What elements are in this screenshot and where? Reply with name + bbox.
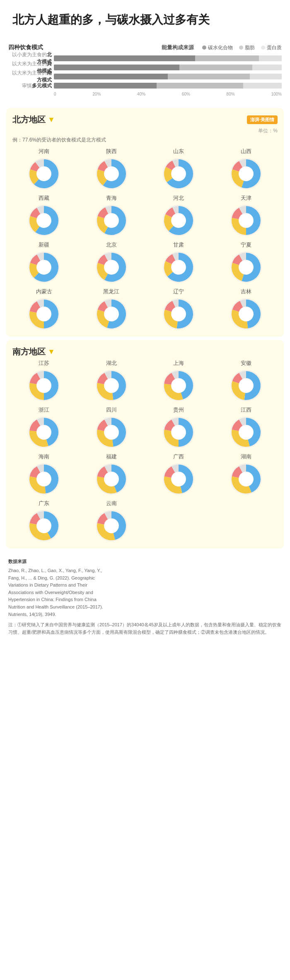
province-name: 浙江 xyxy=(39,406,49,414)
footer-note: 注：①研究纳入了来自中国营养与健康监测（2015–2017）的34040名45岁… xyxy=(8,621,282,636)
svg-point-83 xyxy=(239,472,253,486)
north-section: 北方地区 ▼ 澎湃·美图情 单位：% 例：77.6%的受访者的饮食模式是北方模式… xyxy=(6,108,284,337)
province-item: 上海 xyxy=(147,359,210,402)
province-name: 广东 xyxy=(39,500,49,507)
legend-protein-label: 蛋白质 xyxy=(267,44,282,51)
bar-carb-seg xyxy=(54,83,157,89)
province-name: 广西 xyxy=(173,453,184,460)
bar-protein-seg xyxy=(252,65,282,70)
bar-fat-seg xyxy=(157,83,243,89)
svg-point-53 xyxy=(104,379,118,393)
province-item: 吉林 xyxy=(215,288,278,331)
province-item: 海南 xyxy=(12,453,76,496)
bar-row: 以小麦为主食的北方模式 xyxy=(54,55,282,61)
province-name: 上海 xyxy=(173,359,184,367)
donut-chart xyxy=(27,416,60,449)
north-arrow-icon: ▼ xyxy=(48,115,55,124)
donut-chart xyxy=(230,204,263,237)
province-item: 河北 xyxy=(147,194,210,237)
bar-row: 审慎多元模式 xyxy=(54,83,282,89)
donut-chart xyxy=(95,204,128,237)
axis-label: 60% xyxy=(182,92,190,96)
svg-point-38 xyxy=(37,307,51,321)
svg-point-32 xyxy=(172,260,186,274)
footer-content: 数据来源 Zhao, R., Zhao, L., Gao, X., Yang, … xyxy=(8,558,282,618)
unit-label-north: 单位：% xyxy=(12,127,278,134)
province-name: 湖南 xyxy=(241,453,251,460)
south-region-header: 南方地区 ▼ xyxy=(12,346,278,357)
south-arrow-icon: ▼ xyxy=(48,347,55,356)
north-region-header: 北方地区 ▼ 澎湃·美图情 xyxy=(12,114,278,125)
svg-point-35 xyxy=(239,260,253,274)
legend-fat-label: 脂肪 xyxy=(245,44,255,51)
donut-chart xyxy=(27,462,60,496)
bar-protein-seg xyxy=(259,55,282,61)
province-item: 湖北 xyxy=(80,359,143,402)
province-item: 内蒙古 xyxy=(12,288,76,331)
province-name: 海南 xyxy=(39,453,49,460)
bar-carb-seg xyxy=(54,65,179,70)
legend-carb-label: 碳水化合物 xyxy=(208,44,233,51)
province-name: 河南 xyxy=(39,148,49,155)
province-name: 辽宁 xyxy=(173,288,184,295)
bar-carb-seg xyxy=(54,55,195,61)
bar-fat-seg xyxy=(195,55,259,61)
province-name: 河北 xyxy=(173,194,184,202)
province-name: 天津 xyxy=(241,194,251,202)
source-badge: 澎湃·美图情 xyxy=(247,115,278,124)
province-name: 湖北 xyxy=(106,359,117,367)
province-name: 吉林 xyxy=(241,288,251,295)
province-item: 山西 xyxy=(215,148,278,190)
svg-point-77 xyxy=(104,472,118,486)
note-text: 注：①研究纳入了来自中国营养与健康监测（2015–2017）的34040名45岁… xyxy=(8,622,281,635)
donut-chart xyxy=(95,462,128,496)
province-name: 江苏 xyxy=(39,359,49,367)
bar-chart: 以小麦为主食的北方模式以大米为主食的其他模式以大米为主食的南方模式审慎多元模式 xyxy=(8,55,282,89)
province-name: 福建 xyxy=(106,453,117,460)
donut-chart xyxy=(27,297,60,331)
footer-source: 数据来源 Zhao, R., Zhao, L., Gao, X., Yang, … xyxy=(8,558,112,618)
province-item: 贵州 xyxy=(147,406,210,449)
legend-carb-dot xyxy=(202,46,206,50)
svg-point-14 xyxy=(37,213,51,228)
bar-track xyxy=(54,74,282,79)
svg-point-17 xyxy=(104,213,118,228)
donut-chart xyxy=(95,157,128,190)
legend-title: 能量构成来源 xyxy=(162,44,194,51)
donut-chart xyxy=(95,369,128,402)
legend-carb: 碳水化合物 xyxy=(202,44,233,51)
province-item: 甘肃 xyxy=(147,241,210,284)
bar-carb-seg xyxy=(54,74,168,79)
svg-point-11 xyxy=(239,167,253,181)
province-name: 内蒙古 xyxy=(36,288,52,295)
bar-protein-seg xyxy=(243,83,282,89)
svg-point-41 xyxy=(104,307,118,321)
axis-label: 40% xyxy=(137,92,145,96)
axis-label: 20% xyxy=(92,92,101,96)
province-item: 江西 xyxy=(215,406,278,449)
donut-chart xyxy=(230,462,263,496)
svg-point-5 xyxy=(104,167,118,181)
source-badge-text: 澎湃·美图情 xyxy=(250,117,274,122)
svg-point-44 xyxy=(172,307,186,321)
svg-point-68 xyxy=(172,425,186,439)
footer: 数据来源 Zhao, R., Zhao, L., Gao, X., Yang, … xyxy=(0,552,290,642)
svg-point-26 xyxy=(37,260,51,274)
province-name: 安徽 xyxy=(241,359,251,367)
svg-point-56 xyxy=(172,379,186,393)
donut-chart xyxy=(230,251,263,284)
province-item: 天津 xyxy=(215,194,278,237)
bar-track xyxy=(54,83,282,89)
donut-chart xyxy=(27,157,60,190)
legend-protein-dot xyxy=(261,46,265,50)
bar-row: 以大米为主食的其他模式 xyxy=(54,65,282,70)
donut-chart xyxy=(230,416,263,449)
province-item: 四川 xyxy=(80,406,143,449)
province-item: 云南 xyxy=(80,500,143,542)
province-item: 安徽 xyxy=(215,359,278,402)
donut-chart xyxy=(162,462,195,496)
legend-fat-dot xyxy=(239,46,243,50)
svg-point-2 xyxy=(37,167,51,181)
svg-point-23 xyxy=(239,213,253,228)
south-province-grid: 江苏湖北上海安徽浙江四川贵州江西海南福建广西湖南广东云南 xyxy=(12,359,278,542)
